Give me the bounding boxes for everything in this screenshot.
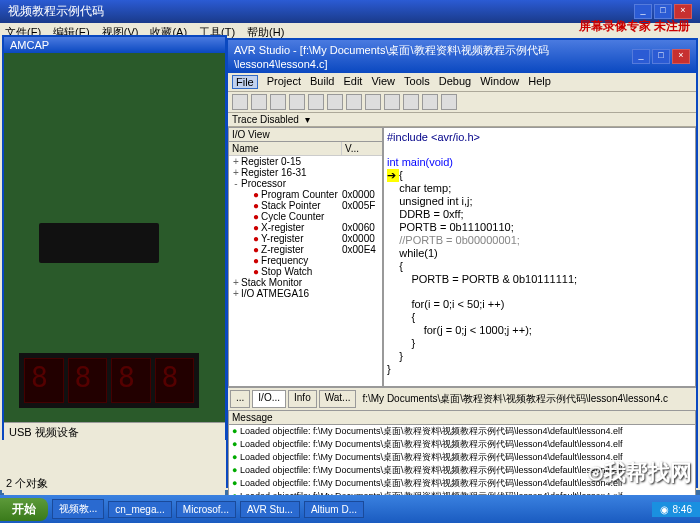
execution-arrow-icon: ➔ (387, 169, 399, 182)
tree-item[interactable]: ●X-register0x0060 (229, 222, 382, 233)
outer-title: 视频教程示例代码 (8, 3, 104, 20)
tree-item[interactable]: +Register 0-15 (229, 156, 382, 167)
tree-item[interactable]: ●Program Counter0x0000 (229, 189, 382, 200)
avr-menu-edit[interactable]: Edit (343, 75, 362, 89)
open-icon[interactable] (251, 94, 267, 110)
io-tree[interactable]: +Register 0-15+Register 16-31-Processor●… (229, 156, 382, 299)
new-icon[interactable] (232, 94, 248, 110)
watermark-logo: ⊙我帮找网 (587, 458, 692, 488)
io-view-tabs: ... I/O... Info Wat... f:\My Documents\桌… (228, 387, 696, 410)
close-button[interactable]: × (674, 4, 692, 19)
minimize-button[interactable]: _ (634, 4, 652, 19)
io-view-panel: I/O View Name V... +Register 0-15+Regist… (228, 127, 383, 387)
task-3[interactable]: Microsof... (176, 501, 236, 518)
tree-item[interactable]: ●Y-register0x0000 (229, 233, 382, 244)
tab-ioview[interactable]: I/O... (252, 390, 286, 408)
amcap-video-area (4, 53, 225, 436)
step-into-icon[interactable] (403, 94, 419, 110)
avr-title-text: AVR Studio - [f:\My Documents\桌面\教程资料\视频… (234, 43, 632, 70)
tree-item[interactable]: ●Stop Watch (229, 266, 382, 277)
col-name[interactable]: Name (229, 142, 342, 155)
col-value[interactable]: V... (342, 142, 382, 155)
run-icon[interactable] (346, 94, 362, 110)
avr-toolbar (228, 92, 696, 113)
avr-menu-build[interactable]: Build (310, 75, 334, 89)
recorder-unregistered: 屏幕录像专家 未注册 (579, 18, 690, 35)
avr-menu-project[interactable]: Project (267, 75, 301, 89)
tree-item[interactable]: +Stack Monitor (229, 277, 382, 288)
explorer-status: 2 个对象 (2, 474, 202, 493)
amcap-titlebar[interactable]: AMCAP (4, 37, 225, 53)
avr-menu-tools[interactable]: Tools (404, 75, 430, 89)
avr-menu-window[interactable]: Window (480, 75, 519, 89)
clock[interactable]: 8:46 (673, 504, 692, 515)
io-view-title: I/O View (229, 128, 382, 142)
amcap-title-text: AMCAP (10, 39, 49, 51)
copy-icon[interactable] (308, 94, 324, 110)
task-4[interactable]: AVR Stu... (240, 501, 300, 518)
step-over-icon[interactable] (422, 94, 438, 110)
io-view-columns: Name V... (229, 142, 382, 156)
task-2[interactable]: cn_mega... (108, 501, 171, 518)
step-out-icon[interactable] (441, 94, 457, 110)
message-line[interactable]: Loaded objectfile: f:\My Documents\桌面\教程… (229, 425, 695, 438)
trace-dropdown-icon[interactable]: ▾ (305, 114, 310, 125)
file-path: f:\My Documents\桌面\教程资料\视频教程示例代码\lesson4… (358, 390, 694, 408)
windows-taskbar: 开始 视频教... cn_mega... Microsof... AVR Stu… (0, 495, 700, 523)
tree-item[interactable]: ●Frequency (229, 255, 382, 266)
save-icon[interactable] (270, 94, 286, 110)
trace-bar: Trace Disabled ▾ (228, 113, 696, 127)
tree-item[interactable]: ●Cycle Counter (229, 211, 382, 222)
cut-icon[interactable] (289, 94, 305, 110)
avr-menubar: File Project Build Edit View Tools Debug… (228, 73, 696, 92)
system-tray[interactable]: ◉ 8:46 (652, 502, 700, 517)
avr-menu-help[interactable]: Help (528, 75, 551, 89)
avr-menu-debug[interactable]: Debug (439, 75, 471, 89)
code-editor[interactable]: #include <avr/io.h> int main(void) ➔{ ch… (383, 127, 696, 387)
message-line[interactable]: Loaded objectfile: f:\My Documents\桌面\教程… (229, 438, 695, 451)
pause-icon[interactable] (365, 94, 381, 110)
mcu-chip (39, 223, 159, 263)
message-header: Message (229, 411, 695, 425)
paste-icon[interactable] (327, 94, 343, 110)
seven-segment-display (19, 353, 199, 408)
avr-minimize-button[interactable]: _ (632, 49, 650, 64)
tree-item[interactable]: +I/O ATMEGA16 (229, 288, 382, 299)
tab-project[interactable]: ... (230, 390, 250, 408)
maximize-button[interactable]: □ (654, 4, 672, 19)
amcap-window[interactable]: AMCAP (2, 35, 227, 440)
avr-maximize-button[interactable]: □ (652, 49, 670, 64)
tree-item[interactable]: -Processor (229, 178, 382, 189)
task-1[interactable]: 视频教... (52, 499, 104, 519)
task-5[interactable]: Altium D... (304, 501, 364, 518)
trace-status[interactable]: Trace Disabled (232, 114, 299, 125)
stop-icon[interactable] (384, 94, 400, 110)
avr-menu-view[interactable]: View (371, 75, 395, 89)
tray-icon[interactable]: ◉ (660, 504, 669, 515)
tree-item[interactable]: ●Z-register0x00E4 (229, 244, 382, 255)
tree-item[interactable]: +Register 16-31 (229, 167, 382, 178)
avr-close-button[interactable]: × (672, 49, 690, 64)
avr-studio-window[interactable]: AVR Studio - [f:\My Documents\桌面\教程资料\视频… (226, 38, 698, 488)
avr-menu-file[interactable]: File (232, 75, 258, 89)
start-button[interactable]: 开始 (0, 498, 48, 521)
tree-item[interactable]: ●Stack Pointer0x005F (229, 200, 382, 211)
tab-info[interactable]: Info (288, 390, 317, 408)
avr-titlebar[interactable]: AVR Studio - [f:\My Documents\桌面\教程资料\视频… (228, 40, 696, 73)
tab-watch[interactable]: Wat... (319, 390, 357, 408)
